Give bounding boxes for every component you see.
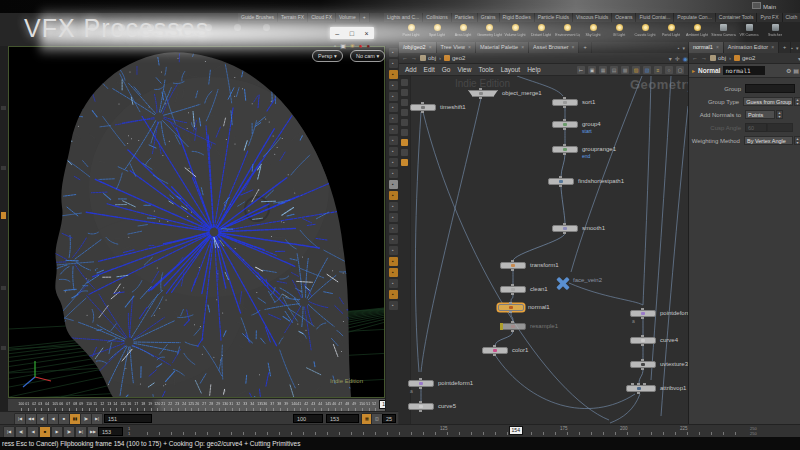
node-input-nub[interactable] bbox=[419, 378, 422, 380]
shelf-tool-gi-light[interactable]: GI Light bbox=[606, 22, 632, 44]
shelf-tab-1[interactable]: Terrain FX bbox=[278, 13, 308, 22]
params-tab-0[interactable]: normal1× bbox=[689, 42, 724, 53]
record-dark-icon[interactable]: ● bbox=[366, 43, 370, 49]
move-tool-icon[interactable]: ▪ bbox=[389, 81, 398, 90]
shelf-tool-distant-light[interactable]: Distant Light bbox=[528, 22, 554, 44]
node-output-nub[interactable] bbox=[563, 153, 566, 155]
node-output-nub[interactable] bbox=[511, 269, 514, 271]
node-normal1[interactable]: normal1 bbox=[498, 304, 524, 311]
node-input-nub[interactable] bbox=[493, 345, 496, 347]
shelf-tool-geometry-light[interactable]: Geometry Light bbox=[476, 22, 502, 44]
shelf-tab-4[interactable]: + bbox=[360, 13, 370, 22]
node-curve5[interactable]: curve5 bbox=[408, 403, 434, 410]
param-dropdown[interactable]: By Vertex Angle bbox=[744, 136, 793, 145]
viewport-left-tool-3[interactable] bbox=[1, 286, 6, 290]
secure-selection-icon[interactable]: ▪ bbox=[389, 191, 398, 200]
forward-icon[interactable]: → bbox=[701, 55, 707, 61]
node-input-nub[interactable] bbox=[511, 321, 514, 323]
shelf-tab-0[interactable]: Lights and C... bbox=[384, 13, 423, 22]
detail-mode-icon[interactable]: ▪ bbox=[389, 235, 398, 244]
node-body[interactable] bbox=[552, 121, 578, 128]
node-output-nub[interactable] bbox=[641, 368, 644, 370]
shelf-tab-4[interactable]: Rigid Bodies bbox=[500, 13, 535, 22]
node-body[interactable] bbox=[500, 286, 526, 293]
back-icon[interactable]: ← bbox=[402, 55, 408, 61]
search-icon[interactable]: ○ bbox=[665, 66, 673, 74]
node-output-nub[interactable] bbox=[637, 392, 640, 394]
pane-menu-icon[interactable]: ▾ bbox=[796, 45, 799, 51]
param-field[interactable] bbox=[745, 84, 795, 93]
desktop-selector[interactable]: Main bbox=[752, 2, 776, 10]
node-output-nub[interactable] bbox=[493, 354, 496, 356]
light-mode-icon[interactable]: ▪ bbox=[389, 268, 398, 277]
node-body[interactable] bbox=[556, 277, 569, 290]
node-input-nub[interactable] bbox=[563, 119, 566, 121]
node-uvtexture3[interactable]: uvtexture3 bbox=[630, 361, 656, 368]
node-timeshift1[interactable]: timeshift1 bbox=[410, 104, 436, 111]
multi-view-icon[interactable]: ▪ bbox=[389, 290, 398, 299]
shelf-tool-sky-light[interactable]: Sky Light bbox=[580, 22, 606, 44]
network-tab-add[interactable]: + bbox=[579, 42, 591, 53]
node-input-nub[interactable] bbox=[637, 383, 640, 385]
float-pane-icon[interactable]: ▫ bbox=[334, 43, 336, 49]
node-input-nub[interactable] bbox=[419, 401, 422, 403]
minimize-button[interactable]: – bbox=[335, 30, 339, 37]
grid-snap-icon[interactable]: ▦ bbox=[599, 66, 607, 74]
snapshot-icon[interactable]: ✳ bbox=[350, 42, 355, 49]
shelf-tab-5[interactable]: Particle Fluids bbox=[535, 13, 573, 22]
edges-mode-icon[interactable]: ▪ bbox=[389, 213, 398, 222]
node-face_vein2[interactable]: face_vein2 bbox=[556, 277, 569, 290]
menu-help[interactable]: Help bbox=[527, 66, 540, 73]
node-input-nub[interactable] bbox=[509, 302, 512, 304]
network-tab-3[interactable]: Asset Browser× bbox=[529, 42, 579, 53]
node-body[interactable] bbox=[498, 304, 524, 311]
prims-mode-icon[interactable]: ▪ bbox=[389, 224, 398, 233]
scene-viewport[interactable] bbox=[8, 46, 385, 398]
net-overview-icon[interactable]: ▢ bbox=[676, 66, 684, 74]
close-tab-icon[interactable]: × bbox=[468, 44, 471, 50]
node-input-nub[interactable] bbox=[479, 88, 482, 90]
shelf-tab-9[interactable]: Populate Con... bbox=[674, 13, 715, 22]
node-body[interactable] bbox=[548, 178, 574, 185]
node-output-nub[interactable] bbox=[511, 330, 514, 332]
fps-field[interactable]: 25 bbox=[382, 414, 396, 423]
shelf-tab-7[interactable]: Oceans bbox=[612, 13, 636, 22]
shelf-tab-1[interactable]: Collisions bbox=[423, 13, 451, 22]
shelf-tab-3[interactable]: Volume bbox=[336, 13, 360, 22]
rotate-tool-icon[interactable]: ▪ bbox=[389, 92, 398, 101]
shelf-tool-switcher[interactable]: Switcher bbox=[762, 22, 788, 44]
node-transform1[interactable]: transform1 bbox=[500, 262, 526, 269]
close-button[interactable]: × bbox=[365, 30, 369, 37]
node-attribvop1[interactable]: attribvop1 bbox=[626, 385, 656, 392]
node-body[interactable] bbox=[408, 403, 434, 410]
node-input-nub[interactable] bbox=[563, 97, 566, 99]
shelf-tab-0[interactable]: Guide Brushes bbox=[238, 13, 278, 22]
node-grouprange1[interactable]: grouprange1end bbox=[552, 146, 578, 153]
shelf-tool-vr-camera[interactable]: VR Camera bbox=[736, 22, 762, 44]
display-mode-icon[interactable]: ▣ bbox=[588, 66, 596, 74]
menu-add[interactable]: Add bbox=[405, 66, 417, 73]
path-item-obj[interactable]: obj bbox=[420, 55, 436, 61]
node-body[interactable] bbox=[552, 146, 578, 153]
node-pointdeform1[interactable]: pointdeform1a bbox=[408, 380, 434, 387]
shelf-tool-environment-light[interactable]: Environment Light bbox=[554, 22, 580, 44]
node-input-nub[interactable] bbox=[563, 144, 566, 146]
handles-icon[interactable]: ▪ bbox=[389, 114, 398, 123]
shelf-tool-point-light[interactable]: Point Light bbox=[398, 22, 424, 44]
presets-icon[interactable]: ▤ bbox=[793, 67, 799, 74]
node-sort1[interactable]: sort1 bbox=[552, 99, 578, 106]
node-body[interactable] bbox=[630, 361, 656, 368]
network-tab-1[interactable]: Tree View× bbox=[437, 42, 476, 53]
flipbook-frame-field[interactable]: 151 bbox=[104, 414, 152, 423]
shelf-tab-2[interactable]: Particles bbox=[452, 13, 478, 22]
node-output-nub[interactable] bbox=[419, 410, 422, 412]
menu-layout[interactable]: Layout bbox=[501, 66, 521, 73]
node-output-nub[interactable] bbox=[563, 232, 566, 234]
pose-icon[interactable]: ▪ bbox=[389, 125, 398, 134]
node-body[interactable] bbox=[410, 104, 436, 111]
node-body[interactable] bbox=[468, 90, 498, 97]
node-input-nub[interactable] bbox=[641, 335, 644, 337]
network-editor-canvas[interactable]: Indie Edition Geometry object_merge1time… bbox=[399, 76, 688, 424]
menu-tools[interactable]: Tools bbox=[478, 66, 493, 73]
lock-icon[interactable]: ▪ bbox=[389, 136, 398, 145]
